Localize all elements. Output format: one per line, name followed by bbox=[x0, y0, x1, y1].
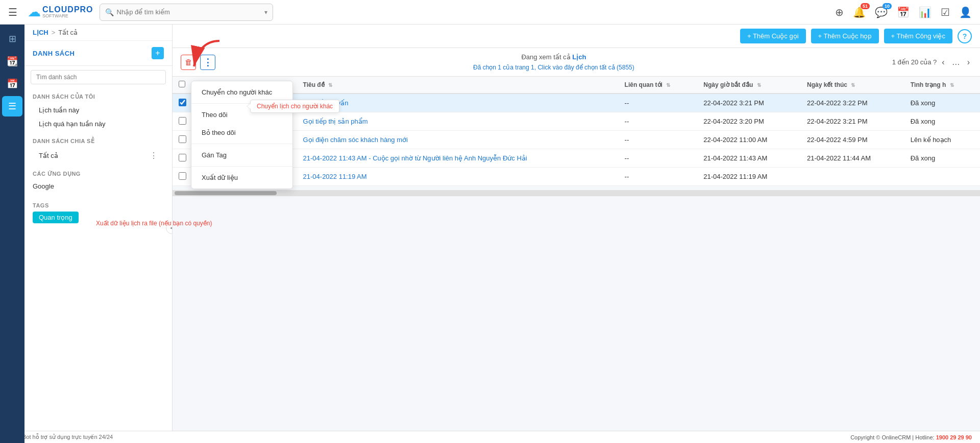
hamburger-icon[interactable]: ☰ bbox=[8, 6, 17, 18]
more-actions-button[interactable]: ⋮ bbox=[200, 55, 215, 70]
sort-start-icon: ⇅ bbox=[757, 82, 761, 88]
th-end[interactable]: Ngày kết thúc ⇅ bbox=[801, 77, 904, 94]
messages-button[interactable]: 💬 10 bbox=[875, 6, 888, 18]
shared-item-more-icon[interactable]: ⋮ bbox=[150, 151, 158, 160]
profile-button[interactable]: 👤 bbox=[959, 6, 972, 18]
help-button[interactable]: ? bbox=[958, 29, 972, 43]
row1-end: 22-04-2022 3:22 PM bbox=[801, 94, 904, 112]
shared-lists-title: DANH SÁCH CHIA SẺ bbox=[33, 138, 164, 145]
next-page-button[interactable]: › bbox=[965, 56, 972, 69]
row4-title[interactable]: 21-04-2022 11:43 AM - Cuộc gọi nhờ từ Ng… bbox=[297, 149, 619, 168]
footer-right: Copyright © OnlineCRM | Hotline: 1900 29… bbox=[850, 434, 972, 440]
topbar-icons: ⊕ 🔔 51 💬 10 📅 📊 ☑ 👤 bbox=[835, 6, 972, 18]
dots-nav-button[interactable]: … bbox=[950, 56, 962, 69]
checkbox-icon: ☑ bbox=[941, 7, 950, 18]
viewing-link[interactable]: Lịch bbox=[572, 53, 586, 61]
row1-start: 22-04-2022 3:21 PM bbox=[697, 94, 801, 112]
breadcrumb-parent[interactable]: LỊCH bbox=[33, 29, 48, 36]
table-row: ☆ ⚑ ✎ ⋮ Cuộc gọi Gọi tiếp thị sản phẩm -… bbox=[173, 112, 980, 131]
nav-item-calendar-view[interactable]: 📆 bbox=[2, 51, 22, 72]
th-title[interactable]: Tiêu đề ⇅ bbox=[297, 77, 619, 94]
calendar-icon: 📅 bbox=[897, 7, 910, 18]
prev-page-button[interactable]: ‹ bbox=[940, 56, 946, 69]
row1-checkbox-cell[interactable] bbox=[173, 94, 192, 112]
analytics-button[interactable]: 📊 bbox=[919, 6, 932, 18]
nav-item-list-active[interactable]: ☰ bbox=[2, 96, 22, 116]
list-icon: ☰ bbox=[8, 101, 16, 112]
context-menu-item-transfer[interactable]: Chuyển cho người khác bbox=[191, 83, 292, 101]
content-header: + Thêm Cuộc gọi + Thêm Cuộc họp + Thêm C… bbox=[173, 25, 980, 48]
sidebar-item-lich-tuan-nay[interactable]: Lịch tuần này bbox=[33, 103, 164, 117]
sidebar-item-google[interactable]: Google bbox=[33, 180, 164, 192]
sort-end-icon: ⇅ bbox=[851, 82, 855, 88]
footer: 💬 Bot hỗ trợ sử dụng trực tuyến 24/24 Co… bbox=[0, 431, 980, 443]
footer-copyright: Copyright © OnlineCRM | Hotline: bbox=[850, 434, 934, 440]
breadcrumb-current: Tất cả bbox=[58, 29, 78, 36]
cloud-icon: ☁ bbox=[28, 4, 41, 20]
row5-checkbox-cell[interactable] bbox=[173, 168, 192, 186]
row1-title[interactable]: Yêu cầu tư vấn bbox=[297, 94, 619, 112]
row4-related: -- bbox=[619, 149, 698, 168]
row4-end: 21-04-2022 11:44 AM bbox=[801, 149, 904, 168]
row4-checkbox-cell[interactable] bbox=[173, 149, 192, 168]
search-bar[interactable]: 🔍 ▾ bbox=[100, 4, 273, 21]
row5-checkbox[interactable] bbox=[179, 172, 186, 180]
select-all-link[interactable]: Đã chọn 1 của trang 1, Click vào đây để … bbox=[473, 64, 634, 71]
sidebar-item-tat-ca[interactable]: Tất cả ⋮ bbox=[33, 148, 164, 164]
table-toolbar: 🗑 ⋮ Đang xem tất cả Lịch Đã chọn 1 của t… bbox=[173, 48, 980, 77]
row5-related: -- bbox=[619, 168, 698, 186]
table-container: Loại ⇅ Tiêu đề ⇅ Liên quan tới ⇅ Ngày gi… bbox=[173, 77, 980, 431]
row2-checkbox[interactable] bbox=[179, 117, 186, 125]
row3-checkbox[interactable] bbox=[179, 135, 186, 143]
scroll-thumb bbox=[175, 191, 277, 195]
home-icon: ⊞ bbox=[9, 33, 16, 44]
th-related[interactable]: Liên quan tới ⇅ bbox=[619, 77, 698, 94]
list-search-input[interactable] bbox=[31, 70, 166, 84]
plus-circle-icon: ⊕ bbox=[835, 7, 844, 18]
data-table: Loại ⇅ Tiêu đề ⇅ Liên quan tới ⇅ Ngày gi… bbox=[173, 77, 980, 186]
delete-button[interactable]: 🗑 bbox=[181, 55, 196, 70]
sidebar-item-lich-qua-han[interactable]: Lịch quá hạn tuần này bbox=[33, 117, 164, 131]
search-input[interactable] bbox=[117, 8, 244, 16]
context-menu-divider-3 bbox=[191, 166, 292, 167]
context-menu-item-tag[interactable]: Gán Tag bbox=[191, 146, 292, 164]
row3-checkbox-cell[interactable] bbox=[173, 131, 192, 149]
search-icon: 🔍 bbox=[105, 8, 114, 16]
sidebar-header: DANH SÁCH + bbox=[24, 41, 172, 66]
tag-quan-trong[interactable]: Quan trọng bbox=[33, 212, 79, 223]
add-button[interactable]: ⊕ bbox=[835, 6, 844, 18]
add-list-button[interactable]: + bbox=[152, 47, 164, 59]
calendar-button[interactable]: 📅 bbox=[897, 6, 910, 18]
pagination-text: 1 đến 20 của ? bbox=[892, 58, 937, 66]
add-call-button[interactable]: + Thêm Cuộc gọi bbox=[740, 29, 806, 43]
row5-title[interactable]: 21-04-2022 11:19 AM bbox=[297, 168, 619, 186]
context-menu-item-unfollow[interactable]: Bỏ theo dõi bbox=[191, 124, 292, 142]
row2-title[interactable]: Gọi tiếp thị sản phẩm bbox=[297, 112, 619, 131]
nav-item-1[interactable]: ⊞ bbox=[2, 29, 22, 49]
notifications-badge: 51 bbox=[861, 3, 870, 9]
horizontal-scrollbar[interactable] bbox=[173, 190, 980, 196]
row5-status bbox=[904, 168, 980, 186]
context-menu-item-export[interactable]: Xuất dữ liệu bbox=[191, 169, 292, 186]
row3-start: 22-04-2022 11:00 AM bbox=[697, 131, 801, 149]
th-start[interactable]: Ngày giờ bắt đầu ⇅ bbox=[697, 77, 801, 94]
row3-title[interactable]: Gọi điện chăm sóc khách hàng mới bbox=[297, 131, 619, 149]
tags-title: TAGS bbox=[33, 202, 164, 208]
my-lists-title: DANH SÁCH CỦA TÔI bbox=[33, 94, 164, 100]
notifications-button[interactable]: 🔔 51 bbox=[853, 6, 866, 18]
leftnav: ⊞ 📆 📅 ☰ bbox=[0, 25, 24, 443]
export-tooltip: Xuất dữ liệu lịch ra file (nếu bạn có qu… bbox=[96, 220, 212, 227]
row2-checkbox-cell[interactable] bbox=[173, 112, 192, 131]
nav-item-week[interactable]: 📅 bbox=[2, 74, 22, 94]
select-all-checkbox[interactable] bbox=[179, 81, 185, 87]
th-status[interactable]: Tình trạng h ⇅ bbox=[904, 77, 980, 94]
footer-hotline[interactable]: 1900 29 29 90 bbox=[936, 434, 972, 440]
content-area: + Thêm Cuộc gọi + Thêm Cuộc họp + Thêm C… bbox=[173, 25, 980, 431]
add-task-button[interactable]: + Thêm Công việc bbox=[884, 29, 952, 43]
row4-checkbox[interactable] bbox=[179, 154, 186, 161]
sidebar: LỊCH > Tất cả DANH SÁCH + DANH SÁCH CỦA … bbox=[24, 25, 173, 431]
add-meeting-button[interactable]: + Thêm Cuộc họp bbox=[811, 29, 879, 43]
row4-status: Đã xong bbox=[904, 149, 980, 168]
row1-checkbox[interactable] bbox=[179, 99, 186, 106]
tasks-button[interactable]: ☑ bbox=[941, 6, 950, 18]
